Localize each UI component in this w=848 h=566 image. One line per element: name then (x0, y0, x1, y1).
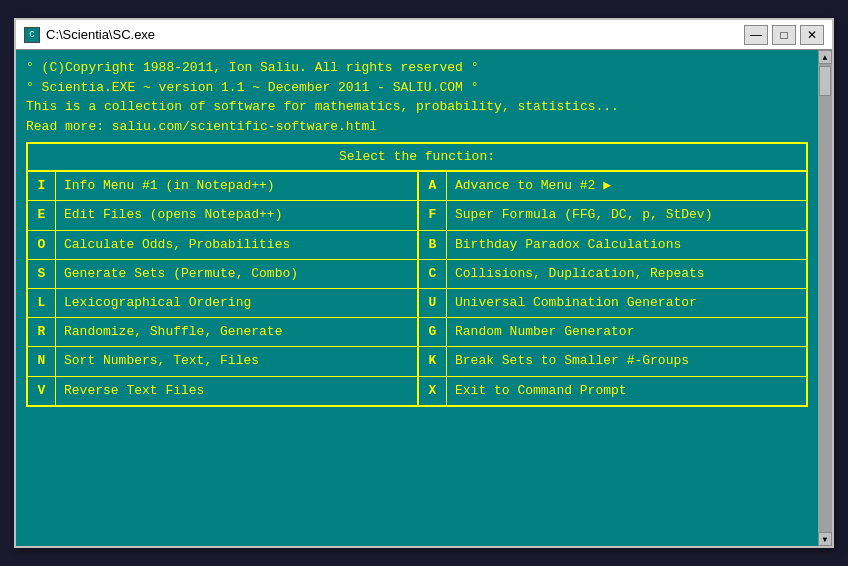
menu-label-C: Collisions, Duplication, Repeats (447, 260, 806, 288)
menu-label-I: Info Menu #1 (in Notepad++) (56, 172, 417, 200)
menu-key-K: K (419, 347, 447, 375)
menu-label-U: Universal Combination Generator (447, 289, 806, 317)
menu-title: Select the function: (28, 144, 806, 172)
menu-row-C[interactable]: C Collisions, Duplication, Repeats (419, 260, 806, 289)
menu-row-E[interactable]: E Edit Files (opens Notepad++) (28, 201, 417, 230)
close-button[interactable]: ✕ (800, 25, 824, 45)
content-area: ° (C)Copyright 1988-2011, Ion Saliu. All… (16, 50, 832, 546)
menu-row-G[interactable]: G Random Number Generator (419, 318, 806, 347)
header-lines: ° (C)Copyright 1988-2011, Ion Saliu. All… (26, 58, 808, 136)
menu-key-C: C (419, 260, 447, 288)
menu-key-R: R (28, 318, 56, 346)
header-line4: Read more: saliu.com/scientific-software… (26, 117, 808, 137)
header-line1: ° (C)Copyright 1988-2011, Ion Saliu. All… (26, 58, 808, 78)
menu-label-K: Break Sets to Smaller #-Groups (447, 347, 806, 375)
menu-label-V: Reverse Text Files (56, 377, 417, 405)
scrollbar-thumb[interactable] (819, 66, 831, 96)
menu-key-A: A (419, 172, 447, 200)
menu-label-S: Generate Sets (Permute, Combo) (56, 260, 417, 288)
menu-label-N: Sort Numbers, Text, Files (56, 347, 417, 375)
menu-key-I: I (28, 172, 56, 200)
scroll-up-button[interactable]: ▲ (818, 50, 832, 64)
window-icon: C (24, 27, 40, 43)
menu-row-S[interactable]: S Generate Sets (Permute, Combo) (28, 260, 417, 289)
window-title: C:\Scientia\SC.exe (46, 27, 155, 42)
menu-key-E: E (28, 201, 56, 229)
scrollbar[interactable]: ▲ ▼ (818, 50, 832, 546)
menu-key-X: X (419, 377, 447, 405)
title-bar-buttons: — □ ✕ (744, 25, 824, 45)
maximize-button[interactable]: □ (772, 25, 796, 45)
menu-row-I[interactable]: I Info Menu #1 (in Notepad++) (28, 172, 417, 201)
menu-key-L: L (28, 289, 56, 317)
header-line2: ° Scientia.EXE ~ version 1.1 ~ December … (26, 78, 808, 98)
menu-label-B: Birthday Paradox Calculations (447, 231, 806, 259)
menu-row-V[interactable]: V Reverse Text Files (28, 377, 417, 405)
terminal-output: ° (C)Copyright 1988-2011, Ion Saliu. All… (16, 50, 818, 546)
menu-row-B[interactable]: B Birthday Paradox Calculations (419, 231, 806, 260)
menu-key-U: U (419, 289, 447, 317)
menu-label-X: Exit to Command Prompt (447, 377, 806, 405)
menu-row-O[interactable]: O Calculate Odds, Probabilities (28, 231, 417, 260)
menu-row-K[interactable]: K Break Sets to Smaller #-Groups (419, 347, 806, 376)
scrollbar-track[interactable] (818, 64, 832, 532)
menu-key-G: G (419, 318, 447, 346)
title-bar-left: C C:\Scientia\SC.exe (24, 27, 155, 43)
menu-key-S: S (28, 260, 56, 288)
menu-right: A Advance to Menu #2 ▶ F Super Formula (… (417, 172, 806, 405)
header-line3: This is a collection of software for mat… (26, 97, 808, 117)
scroll-down-button[interactable]: ▼ (818, 532, 832, 546)
menu-label-F: Super Formula (FFG, DC, p, StDev) (447, 201, 806, 229)
menu-label-E: Edit Files (opens Notepad++) (56, 201, 417, 229)
menu-label-R: Randomize, Shuffle, Generate (56, 318, 417, 346)
menu-left: I Info Menu #1 (in Notepad++) E Edit Fil… (28, 172, 417, 405)
menu-row-X[interactable]: X Exit to Command Prompt (419, 377, 806, 405)
menu-key-F: F (419, 201, 447, 229)
minimize-button[interactable]: — (744, 25, 768, 45)
menu-label-G: Random Number Generator (447, 318, 806, 346)
menu-key-N: N (28, 347, 56, 375)
main-window: C C:\Scientia\SC.exe — □ ✕ ° (C)Copyrigh… (14, 18, 834, 548)
menu-row-N[interactable]: N Sort Numbers, Text, Files (28, 347, 417, 376)
menu-row-U[interactable]: U Universal Combination Generator (419, 289, 806, 318)
title-bar: C C:\Scientia\SC.exe — □ ✕ (16, 20, 832, 50)
menu-label-A: Advance to Menu #2 ▶ (447, 172, 806, 200)
menu-row-L[interactable]: L Lexicographical Ordering (28, 289, 417, 318)
menu-row-F[interactable]: F Super Formula (FFG, DC, p, StDev) (419, 201, 806, 230)
menu-row-R[interactable]: R Randomize, Shuffle, Generate (28, 318, 417, 347)
menu-row-A[interactable]: A Advance to Menu #2 ▶ (419, 172, 806, 201)
menu-key-O: O (28, 231, 56, 259)
menu-key-B: B (419, 231, 447, 259)
menu-label-L: Lexicographical Ordering (56, 289, 417, 317)
menu-grid: I Info Menu #1 (in Notepad++) E Edit Fil… (28, 172, 806, 405)
menu-label-O: Calculate Odds, Probabilities (56, 231, 417, 259)
menu-box: Select the function: I Info Menu #1 (in … (26, 142, 808, 407)
menu-key-V: V (28, 377, 56, 405)
